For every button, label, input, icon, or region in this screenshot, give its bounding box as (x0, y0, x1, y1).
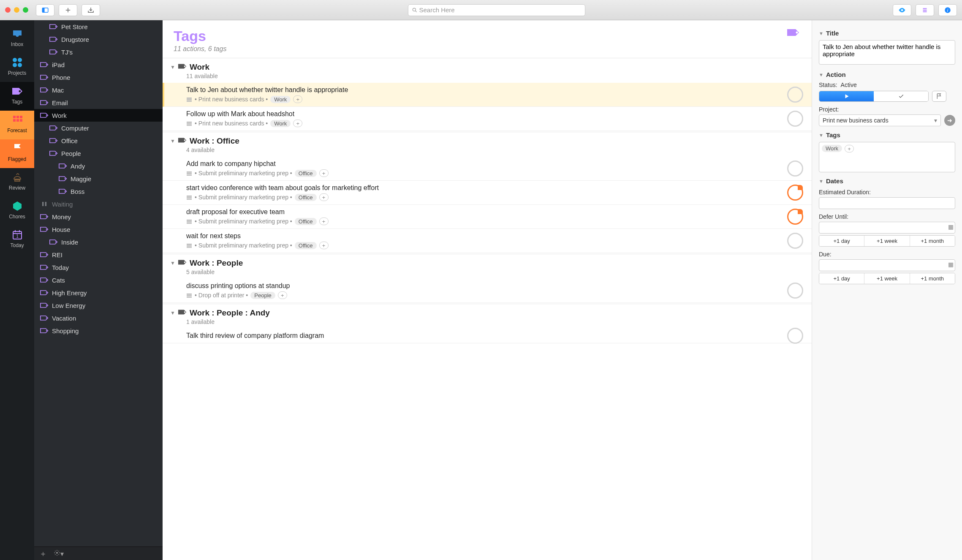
tag-cats[interactable]: Cats (34, 274, 163, 286)
tag-rei[interactable]: REI (34, 248, 163, 261)
task-row[interactable]: Add mark to company hipchat• Submit prel… (163, 157, 812, 181)
task-row[interactable]: start video conference with team about g… (163, 181, 812, 205)
tags-field[interactable]: Work+ (819, 142, 955, 172)
inspector-action-section[interactable]: ▼Action (819, 71, 955, 78)
perspective-projects[interactable]: Projects (0, 53, 34, 82)
tag-pill[interactable]: Office (295, 242, 317, 249)
status-circle[interactable] (787, 233, 803, 249)
tag-shopping[interactable]: Shopping (34, 324, 163, 337)
task-row[interactable]: wait for next steps• Submit preliminary … (163, 229, 812, 253)
tag-office[interactable]: Office (34, 134, 163, 147)
flag-toggle[interactable] (932, 91, 946, 102)
project-select[interactable]: Print new business cards▾ (819, 114, 941, 126)
task-row[interactable]: discuss printing options at standup• Dro… (163, 279, 812, 303)
tag-pill[interactable]: Office (295, 194, 317, 201)
tag-ipad[interactable]: iPad (34, 58, 163, 71)
new-item-button[interactable] (59, 4, 77, 16)
tag-money[interactable]: Money (34, 210, 163, 223)
view-options-button[interactable] (893, 4, 911, 16)
perspective-flagged[interactable]: Flagged (0, 139, 34, 168)
add-tag-pill[interactable]: + (319, 242, 329, 249)
tag-boss[interactable]: Boss (34, 185, 163, 198)
due-date-input[interactable] (819, 259, 955, 271)
quick-date-button[interactable]: +1 week (864, 236, 910, 246)
add-tag-pill[interactable]: + (278, 291, 287, 299)
tag-pill[interactable]: Office (295, 218, 317, 225)
tag-pet-store[interactable]: Pet Store (34, 20, 163, 33)
title-input[interactable] (819, 40, 955, 65)
status-circle[interactable] (787, 87, 803, 103)
tag-maggie[interactable]: Maggie (34, 172, 163, 185)
inspector-title-section[interactable]: ▼Title (819, 30, 955, 37)
perspective-review[interactable]: Review (0, 168, 34, 197)
tag-today[interactable]: Today (34, 261, 163, 274)
task-row[interactable]: Follow up with Mark about headshot• Prin… (163, 107, 812, 131)
quick-entry-button[interactable] (82, 4, 100, 16)
status-completed[interactable] (874, 91, 928, 101)
status-circle[interactable] (787, 185, 803, 201)
group-header[interactable]: ▼Work : People : Andy (163, 304, 812, 318)
inspector-tags-section[interactable]: ▼Tags (819, 131, 955, 139)
add-tag-pill[interactable]: + (319, 169, 329, 177)
tag-drugstore[interactable]: Drugstore (34, 33, 163, 46)
group-header[interactable]: ▼Work : People (163, 254, 812, 269)
sidebar-settings-button[interactable]: ▾ (54, 549, 64, 558)
status-circle[interactable] (787, 209, 803, 225)
quick-date-button[interactable]: +1 week (864, 273, 910, 284)
inspector-dates-section[interactable]: ▼Dates (819, 177, 955, 185)
search-field[interactable]: Search Here (408, 4, 585, 16)
tag-mac[interactable]: Mac (34, 84, 163, 96)
tag-phone[interactable]: Phone (34, 71, 163, 84)
add-tag-pill[interactable]: + (293, 120, 302, 127)
perspective-forecast[interactable]: Forecast (0, 111, 34, 139)
perspective-inbox[interactable]: Inbox (0, 24, 34, 53)
status-segmented-control[interactable] (819, 91, 929, 102)
estimated-duration-input[interactable] (819, 197, 955, 209)
goto-project-button[interactable]: ➜ (944, 115, 955, 126)
close-window[interactable] (5, 7, 11, 13)
group-header[interactable]: ▼Work (163, 58, 812, 73)
group-header[interactable]: ▼Work : Office (163, 132, 812, 147)
perspective-tags[interactable]: Tags (0, 82, 34, 111)
add-tag-pill[interactable]: + (845, 145, 854, 152)
task-row[interactable]: Talk third review of company platform di… (163, 329, 812, 343)
status-circle[interactable] (787, 160, 803, 177)
tag-pill[interactable]: People (250, 292, 275, 299)
list-layout-button[interactable] (916, 4, 934, 16)
toggle-sidebar-button[interactable] (36, 4, 54, 16)
tag-pill[interactable]: Office (295, 170, 317, 177)
task-row[interactable]: draft proposal for executive team• Submi… (163, 205, 812, 229)
calendar-icon[interactable]: ▦ (948, 261, 954, 268)
tag-low-energy[interactable]: Low Energy (34, 299, 163, 312)
add-tag-pill[interactable]: + (319, 217, 329, 225)
quick-date-button[interactable]: +1 month (910, 236, 955, 246)
tag-waiting[interactable]: Waiting (34, 198, 163, 210)
tag-pill[interactable]: Work (270, 96, 291, 103)
task-row[interactable]: Talk to Jen about whether twitter handle… (163, 83, 812, 107)
tag-pill[interactable]: Work (822, 145, 842, 152)
perspective-today[interactable]: 1Today (0, 226, 34, 254)
minimize-window[interactable] (14, 7, 19, 13)
status-circle[interactable] (787, 283, 803, 299)
status-active[interactable] (819, 91, 874, 101)
perspective-chores[interactable]: Chores (0, 197, 34, 226)
quick-date-button[interactable]: +1 month (910, 273, 955, 284)
tag-vacation[interactable]: Vacation (34, 312, 163, 324)
calendar-icon[interactable]: ▦ (948, 223, 954, 230)
tag-house[interactable]: House (34, 223, 163, 236)
quick-date-button[interactable]: +1 day (819, 236, 864, 246)
tag-pill[interactable]: Work (270, 120, 291, 127)
tag-inside[interactable]: Inside (34, 236, 163, 248)
status-circle[interactable] (787, 111, 803, 127)
tag-computer[interactable]: Computer (34, 122, 163, 134)
status-circle[interactable] (787, 328, 803, 344)
quick-date-button[interactable]: +1 day (819, 273, 864, 284)
add-tag-button[interactable]: ＋ (39, 549, 47, 559)
tag-work[interactable]: Work (34, 109, 163, 122)
tag-email[interactable]: Email (34, 96, 163, 109)
tag-people[interactable]: People (34, 147, 163, 160)
tag-high-energy[interactable]: High Energy (34, 286, 163, 299)
inspector-toggle-button[interactable]: i (938, 4, 957, 16)
add-tag-pill[interactable]: + (319, 193, 329, 201)
zoom-window[interactable] (23, 7, 28, 13)
